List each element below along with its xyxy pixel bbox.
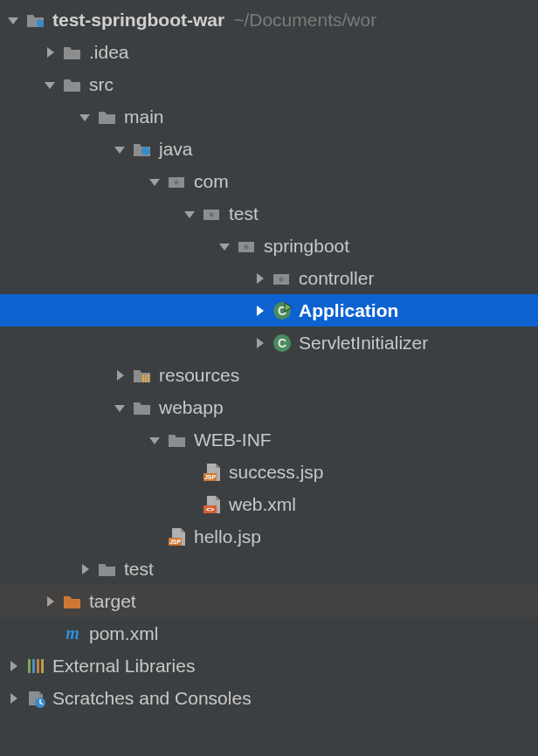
- libraries-icon: [26, 656, 45, 676]
- folder-icon: [98, 560, 117, 579]
- chevron-down-icon[interactable]: [77, 109, 93, 125]
- node-label: webapp: [159, 397, 224, 418]
- node-label: success.jsp: [229, 462, 324, 483]
- node-label: Application: [299, 300, 398, 321]
- scratches-icon: [26, 689, 45, 708]
- node-label: ServletInitializer: [299, 333, 428, 354]
- node-label: controller: [299, 268, 374, 289]
- source-folder-icon: [133, 140, 152, 159]
- chevron-down-icon[interactable]: [182, 206, 197, 222]
- chevron-right-icon[interactable]: [77, 561, 93, 577]
- tree-node-webapp[interactable]: webapp: [0, 391, 538, 423]
- chevron-right-icon[interactable]: [5, 691, 21, 706]
- node-label: test: [229, 203, 259, 224]
- node-label: External Libraries: [52, 656, 195, 677]
- chevron-down-icon[interactable]: [112, 400, 128, 416]
- maven-file-icon: m: [63, 623, 82, 643]
- tree-node-java[interactable]: java: [0, 133, 538, 165]
- node-label: pom.xml: [89, 623, 158, 644]
- tree-node-pom[interactable]: m pom.xml: [0, 617, 538, 649]
- package-icon: [203, 204, 222, 223]
- module-icon: [26, 10, 45, 30]
- tree-node-resources[interactable]: resources: [0, 359, 538, 391]
- chevron-down-icon[interactable]: [147, 432, 162, 448]
- node-label: WEB-INF: [194, 430, 272, 450]
- runnable-class-icon: [272, 301, 292, 320]
- node-label: .idea: [89, 42, 129, 63]
- folder-icon: [63, 75, 82, 94]
- node-label: springboot: [264, 236, 349, 257]
- node-label: Scratches and Consoles: [52, 688, 252, 709]
- tree-node-main[interactable]: main: [0, 100, 538, 133]
- resources-folder-icon: [133, 366, 152, 385]
- node-hint: ~/Documents/wor: [233, 10, 376, 31]
- excluded-folder-icon: [63, 592, 82, 611]
- tree-node-scratches[interactable]: Scratches and Consoles: [0, 682, 538, 714]
- jsp-file-icon: [168, 527, 187, 546]
- folder-icon: [168, 430, 187, 450]
- node-label: target: [89, 591, 136, 612]
- tree-node-webinf[interactable]: WEB-INF: [0, 423, 538, 456]
- project-tree[interactable]: test-springboot-war ~/Documents/wor .ide…: [0, 0, 538, 714]
- xml-file-icon: [203, 495, 222, 514]
- chevron-right-icon[interactable]: [5, 658, 21, 674]
- node-label: hello.jsp: [194, 526, 261, 547]
- tree-node-idea[interactable]: .idea: [0, 36, 538, 68]
- tree-node-root[interactable]: test-springboot-war ~/Documents/wor: [0, 3, 538, 36]
- chevron-down-icon[interactable]: [42, 77, 58, 93]
- jsp-file-icon: [203, 463, 222, 482]
- package-icon: [272, 269, 292, 288]
- tree-node-external-libraries[interactable]: External Libraries: [0, 649, 538, 682]
- tree-node-hellojsp[interactable]: hello.jsp: [0, 520, 538, 553]
- chevron-down-icon[interactable]: [147, 174, 162, 189]
- node-label: web.xml: [229, 494, 296, 515]
- chevron-right-icon[interactable]: [252, 303, 267, 319]
- package-icon: [168, 172, 187, 191]
- tree-node-test-pkg[interactable]: test: [0, 197, 538, 230]
- chevron-right-icon[interactable]: [42, 45, 58, 60]
- folder-icon: [133, 398, 152, 417]
- tree-node-target[interactable]: target: [0, 585, 538, 617]
- package-icon: [238, 237, 257, 256]
- chevron-right-icon[interactable]: [252, 335, 267, 351]
- chevron-right-icon[interactable]: [112, 368, 128, 383]
- class-icon: [272, 333, 292, 353]
- tree-node-src[interactable]: src: [0, 68, 538, 100]
- tree-node-springboot[interactable]: springboot: [0, 230, 538, 262]
- node-label: resources: [159, 365, 239, 386]
- node-label: src: [89, 74, 114, 95]
- tree-node-com[interactable]: com: [0, 165, 538, 197]
- svg-marker-27: [257, 306, 264, 316]
- node-label: java: [159, 139, 193, 160]
- chevron-down-icon[interactable]: [112, 141, 128, 157]
- tree-node-webxml[interactable]: web.xml: [0, 488, 538, 520]
- tree-node-successjsp[interactable]: success.jsp: [0, 456, 538, 488]
- folder-icon: [98, 107, 117, 127]
- chevron-down-icon[interactable]: [5, 12, 21, 28]
- chevron-down-icon[interactable]: [217, 238, 232, 254]
- tree-node-testdir[interactable]: test: [0, 553, 538, 585]
- tree-node-application[interactable]: Application: [0, 294, 538, 326]
- tree-node-controller[interactable]: controller: [0, 262, 538, 294]
- node-label: test-springboot-war: [52, 10, 224, 31]
- node-label: test: [124, 559, 154, 580]
- tree-node-servletinitializer[interactable]: ServletInitializer: [0, 326, 538, 359]
- chevron-right-icon[interactable]: [42, 594, 58, 609]
- folder-icon: [63, 43, 82, 62]
- chevron-right-icon[interactable]: [252, 271, 267, 286]
- node-label: com: [194, 171, 229, 192]
- node-label: main: [124, 107, 164, 127]
